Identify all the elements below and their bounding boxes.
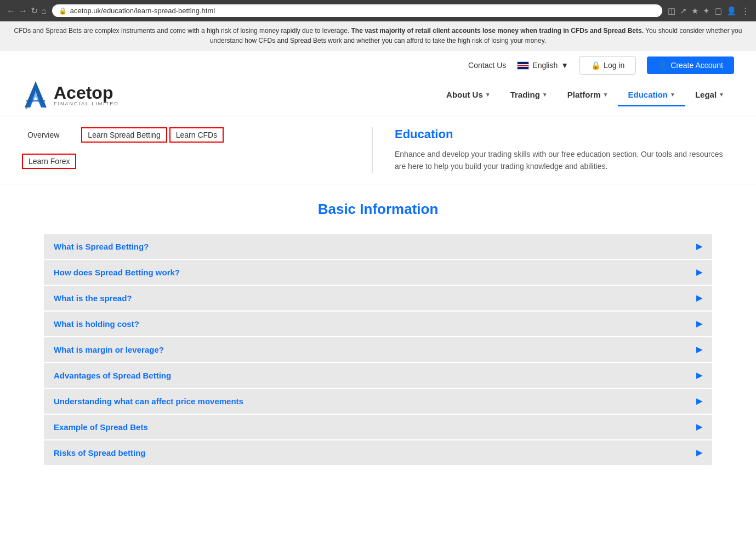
share-icon[interactable]: ↗ bbox=[680, 6, 687, 16]
create-account-label: Create Account bbox=[670, 61, 723, 70]
accordion-item[interactable]: What is Spread Betting?▶ bbox=[44, 234, 712, 259]
section-title: Basic Information bbox=[44, 201, 712, 218]
accordion-label: How does Spread Betting work? bbox=[54, 268, 180, 277]
site-header: Contact Us English ▼ 🔒 Log in 👤 Create A… bbox=[0, 50, 756, 116]
accordion-arrow-icon: ▶ bbox=[696, 345, 702, 354]
extensions-icon[interactable]: ✦ bbox=[703, 6, 710, 16]
accordion-item[interactable]: What is holding cost?▶ bbox=[44, 312, 712, 336]
accordion-arrow-icon: ▶ bbox=[696, 371, 702, 380]
platform-dropdown-arrow: ▼ bbox=[603, 92, 609, 98]
contact-us-link[interactable]: Contact Us bbox=[468, 61, 506, 70]
url-text: acetop.uk/education/learn-spread-betting… bbox=[70, 7, 215, 15]
bookmark-icon[interactable]: ★ bbox=[691, 6, 698, 16]
accordion-item[interactable]: What is margin or leverage?▶ bbox=[44, 337, 712, 362]
accordion-arrow-icon: ▶ bbox=[696, 448, 702, 457]
accordion-label: What is holding cost? bbox=[54, 319, 139, 329]
browser-actions: ◫ ↗ ★ ✦ ▢ 👤 ⋮ bbox=[668, 6, 749, 16]
main-content: Basic Information What is Spread Betting… bbox=[0, 184, 756, 482]
main-nav: About Us ▼ Trading ▼ Platform ▼ Educatio… bbox=[436, 84, 734, 106]
education-sub-panel: Overview Learn Spread Betting Learn CFDs… bbox=[0, 116, 756, 184]
accordion-label: Risks of Spread betting bbox=[54, 448, 146, 457]
warning-text-bold: The vast majority of retail client accou… bbox=[351, 27, 644, 35]
browser-nav-icons: ← → ↻ ⌂ bbox=[7, 7, 47, 15]
nav-item-legal[interactable]: Legal ▼ bbox=[685, 84, 734, 106]
header-top: Contact Us English ▼ 🔒 Log in 👤 Create A… bbox=[22, 56, 734, 75]
warning-bar: CFDs and Spread Bets are complex instrum… bbox=[0, 21, 756, 50]
accordion-item[interactable]: Example of Spread Bets▶ bbox=[44, 415, 712, 439]
accordion-arrow-icon: ▶ bbox=[696, 242, 702, 251]
sub-nav-row-1: Overview Learn Spread Betting Learn CFDs bbox=[22, 127, 350, 143]
nav-item-trading[interactable]: Trading ▼ bbox=[501, 84, 558, 106]
language-selector[interactable]: English ▼ bbox=[517, 61, 569, 70]
sub-nav-row-2: Learn Forex bbox=[22, 154, 350, 169]
uk-flag-icon bbox=[517, 61, 529, 70]
sub-panel-right: Education Enhance and develop your tradi… bbox=[373, 127, 734, 173]
trading-dropdown-arrow: ▼ bbox=[542, 92, 548, 98]
accordion-item[interactable]: Understanding what can affect price move… bbox=[44, 389, 712, 414]
accordion-item[interactable]: Risks of Spread betting▶ bbox=[44, 440, 712, 465]
logo-text-area: Acetop FINANCIAL LIMITED bbox=[54, 84, 119, 106]
accordion-label: What is margin or leverage? bbox=[54, 345, 164, 354]
accordion-item[interactable]: What is the spread?▶ bbox=[44, 286, 712, 310]
sub-nav-learn-spread-betting[interactable]: Learn Spread Betting bbox=[81, 127, 167, 143]
lock-icon: 🔒 bbox=[59, 7, 67, 15]
logo-icon: ✦ bbox=[22, 80, 49, 110]
accordion-item[interactable]: Advantages of Spread Betting▶ bbox=[44, 363, 712, 388]
menu-icon[interactable]: ⋮ bbox=[741, 6, 749, 16]
accordion-label: What is the spread? bbox=[54, 293, 132, 303]
nav-item-platform[interactable]: Platform ▼ bbox=[558, 84, 618, 106]
accordion-arrow-icon: ▶ bbox=[696, 422, 702, 431]
about-us-dropdown-arrow: ▼ bbox=[485, 92, 491, 98]
home-button[interactable]: ⌂ bbox=[41, 7, 47, 15]
nav-item-about-us[interactable]: About Us ▼ bbox=[436, 84, 501, 106]
sub-nav-learn-forex[interactable]: Learn Forex bbox=[22, 154, 76, 169]
logo-sub-text: FINANCIAL LIMITED bbox=[54, 101, 119, 106]
warning-text-normal: CFDs and Spread Bets are complex instrum… bbox=[14, 27, 351, 35]
accordion-label: What is Spread Betting? bbox=[54, 242, 149, 251]
accordion-arrow-icon: ▶ bbox=[696, 268, 702, 276]
sub-nav-overview[interactable]: Overview bbox=[22, 127, 65, 143]
accordion-label: Example of Spread Bets bbox=[54, 422, 148, 432]
header-main: ✦ Acetop FINANCIAL LIMITED About Us ▼ Tr… bbox=[22, 80, 734, 110]
create-account-person-icon: 👤 bbox=[658, 61, 667, 70]
reload-button[interactable]: ↻ bbox=[31, 7, 38, 15]
logo-area: ✦ Acetop FINANCIAL LIMITED bbox=[22, 80, 119, 110]
lang-dropdown-arrow: ▼ bbox=[561, 61, 569, 70]
language-label: English bbox=[532, 61, 558, 70]
sub-nav-learn-cfds[interactable]: Learn CFDs bbox=[169, 127, 224, 143]
login-lock-icon: 🔒 bbox=[591, 61, 600, 70]
login-button[interactable]: 🔒 Log in bbox=[579, 56, 636, 75]
sub-panel-description: Enhance and develop your trading skills … bbox=[395, 148, 734, 173]
accordion-arrow-icon: ▶ bbox=[696, 319, 702, 328]
profile-icon[interactable]: 👤 bbox=[726, 6, 737, 16]
accordion-arrow-icon: ▶ bbox=[696, 397, 702, 405]
legal-dropdown-arrow: ▼ bbox=[719, 92, 724, 98]
logo-main-text: Acetop bbox=[54, 84, 119, 101]
cast-icon[interactable]: ◫ bbox=[668, 6, 675, 16]
accordion-container: What is Spread Betting?▶How does Spread … bbox=[44, 234, 712, 465]
accordion-label: Understanding what can affect price move… bbox=[54, 397, 243, 406]
accordion-arrow-icon: ▶ bbox=[696, 293, 702, 302]
nav-item-education[interactable]: Education ▼ bbox=[618, 84, 685, 106]
login-label: Log in bbox=[604, 61, 624, 70]
accordion-label: Advantages of Spread Betting bbox=[54, 371, 171, 380]
address-bar[interactable]: 🔒 acetop.uk/education/learn-spread-betti… bbox=[52, 4, 662, 17]
svg-text:✦: ✦ bbox=[25, 106, 29, 110]
create-account-button[interactable]: 👤 Create Account bbox=[647, 56, 734, 74]
back-button[interactable]: ← bbox=[7, 7, 15, 15]
sub-panel-title: Education bbox=[395, 127, 734, 142]
window-icon[interactable]: ▢ bbox=[714, 6, 722, 16]
education-dropdown-arrow: ▼ bbox=[670, 92, 675, 98]
sub-panel-left: Overview Learn Spread Betting Learn CFDs… bbox=[22, 127, 373, 173]
accordion-item[interactable]: How does Spread Betting work?▶ bbox=[44, 260, 712, 285]
browser-chrome: ← → ↻ ⌂ 🔒 acetop.uk/education/learn-spre… bbox=[0, 0, 756, 21]
forward-button[interactable]: → bbox=[19, 7, 27, 15]
